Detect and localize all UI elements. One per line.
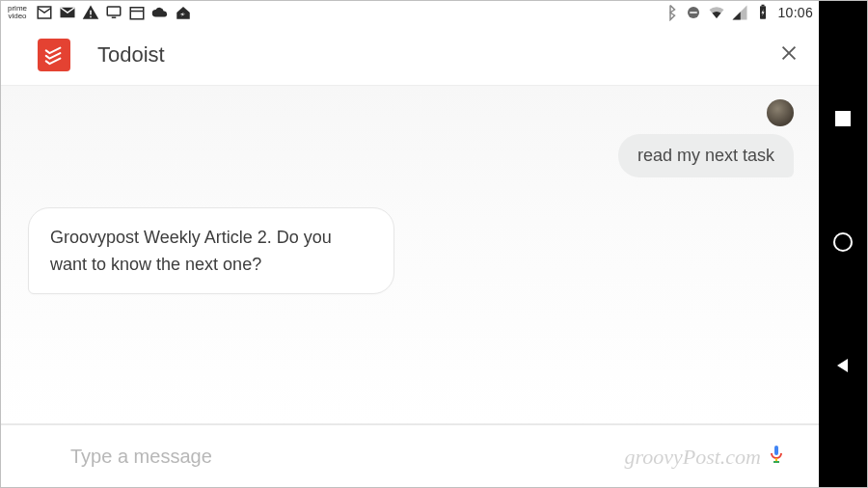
chat-area: read my next task Groovypost Weekly Arti… <box>1 86 819 423</box>
mic-icon <box>765 443 788 470</box>
svg-rect-3 <box>112 17 117 19</box>
circle-icon <box>832 231 854 257</box>
recent-apps-button[interactable] <box>832 110 854 131</box>
bluetooth-icon <box>662 4 679 21</box>
mic-button[interactable] <box>761 441 792 472</box>
wifi-icon <box>708 4 725 21</box>
user-avatar <box>767 99 794 126</box>
battery-charging-icon <box>754 4 772 21</box>
message-input[interactable] <box>70 446 761 468</box>
close-icon <box>778 42 800 68</box>
svg-rect-1 <box>90 16 92 18</box>
svg-rect-7 <box>691 12 698 14</box>
todoist-app-icon <box>38 39 70 71</box>
svg-rect-4 <box>130 8 144 19</box>
svg-rect-9 <box>762 5 765 7</box>
do-not-disturb-icon <box>685 4 702 21</box>
svg-rect-0 <box>90 11 92 15</box>
gmail-icon <box>36 4 53 21</box>
svg-rect-15 <box>835 111 851 126</box>
close-button[interactable] <box>774 41 803 69</box>
input-bar <box>1 423 819 487</box>
triangle-back-icon <box>834 357 852 378</box>
prime-video-icon: primevideo <box>5 5 30 20</box>
home-button[interactable] <box>832 233 854 255</box>
cellular-icon <box>731 4 748 21</box>
assistant-message-bubble: Groovypost Weekly Article 2. Do you want… <box>28 207 394 294</box>
user-message-bubble: read my next task <box>618 134 794 177</box>
square-icon <box>834 110 852 131</box>
android-status-bar: primevideo 10:06 <box>1 1 819 24</box>
svg-rect-12 <box>774 446 778 455</box>
calendar-icon <box>128 4 146 21</box>
svg-point-16 <box>834 233 852 251</box>
zillow-icon <box>175 4 192 21</box>
monitor-icon <box>105 4 122 21</box>
assistant-header: Todoist <box>1 24 819 86</box>
cloud-icon <box>151 4 169 21</box>
svg-rect-2 <box>107 7 121 15</box>
mail-icon <box>59 4 76 21</box>
assistant-title: Todoist <box>97 42 774 68</box>
android-nav-bar <box>819 1 867 487</box>
status-time: 10:06 <box>777 5 813 20</box>
back-button[interactable] <box>832 357 854 378</box>
warning-icon <box>82 4 99 21</box>
